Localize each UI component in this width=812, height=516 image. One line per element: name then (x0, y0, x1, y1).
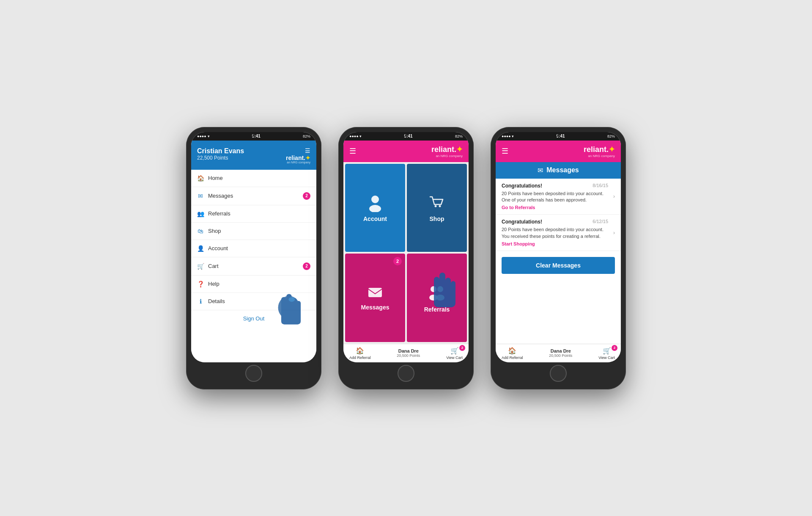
bottom-nav-2: 🏠 Add Referral Dana Dre 20,500 Points 🛒 … (343, 344, 469, 362)
nav-account-left: 👤 Account (197, 245, 228, 252)
add-referral-icon-3: 🏠 (508, 347, 516, 355)
add-referral-label-3: Add Referral (502, 356, 523, 360)
app-logo-3: reliant.✦ an NRG company (584, 145, 615, 158)
header-right: ☰ reliant.✦ an NRG company (286, 147, 310, 164)
hamburger-icon-3[interactable]: ☰ (502, 146, 508, 156)
view-cart-label-2: View Cart (446, 356, 463, 360)
sign-out[interactable]: Sign Out (191, 310, 316, 327)
home-label: Home (208, 175, 223, 181)
cart-badge-bottom-2: 2 (459, 345, 465, 351)
messages-tile-label: Messages (361, 304, 390, 311)
nav-cart-left: 🛒 Cart (197, 263, 219, 270)
home-button-2[interactable] (398, 365, 414, 382)
status-right-1: 82% (303, 134, 310, 138)
reliant-sub-1: an NRG company (286, 161, 310, 164)
view-cart-label-3: View Cart (598, 356, 615, 360)
phone-1-screen: ●●●● ▾ 9:41 82% Cristian Evans 22,500 Po… (191, 132, 316, 362)
messages-envelope-icon (367, 284, 383, 301)
messages-title-envelope-icon: ✉ (538, 166, 543, 174)
referrals-icon: 👥 (197, 210, 204, 217)
message-1-link[interactable]: Go to Referrals (502, 205, 608, 210)
messages-badge: 2 (303, 192, 310, 200)
account-icon: 👤 (197, 245, 204, 252)
nav-details[interactable]: ℹ Details (191, 293, 316, 310)
nav-shop-left: 🛍 Shop (197, 228, 221, 235)
hamburger-icon-1[interactable]: ☰ (286, 147, 310, 154)
phone-1: ●●●● ▾ 9:41 82% Cristian Evans 22,500 Po… (186, 127, 321, 389)
add-referral-icon-2: 🏠 (356, 347, 364, 355)
status-left-3: ●●●● ▾ (502, 134, 514, 138)
nav-help[interactable]: ❓ Help (191, 276, 316, 293)
messages-label: Messages (208, 193, 233, 199)
phone-3: ●●●● ▾ 9:41 82% ☰ reliant.✦ an NRG compa… (491, 127, 626, 389)
bottom-user-3: Dana Dre 20,500 Points (549, 348, 572, 358)
sidebar-app: Cristian Evans 22,500 Points ☰ reliant.✦… (191, 141, 316, 362)
nav-messages[interactable]: ✉ Messages 2 (191, 187, 316, 205)
nav-shop[interactable]: 🛍 Shop (191, 223, 316, 240)
cart-label: Cart (208, 263, 219, 269)
bottom-add-referral-3[interactable]: 🏠 Add Referral (502, 347, 523, 360)
message-2-link[interactable]: Start Shopping (502, 241, 608, 246)
tile-referrals[interactable]: Referrals (407, 254, 467, 342)
shop-cart-icon (428, 193, 446, 212)
cart-icon-3: 🛒 (603, 347, 611, 355)
nav-account[interactable]: 👤 Account (191, 240, 316, 257)
tile-messages[interactable]: 2 Messages (345, 254, 405, 342)
message-2-date: 6/12/15 (593, 219, 608, 224)
bottom-user-points-3: 20,500 Points (549, 353, 572, 358)
account-person-icon (366, 193, 384, 212)
add-referral-label-2: Add Referral (349, 356, 371, 360)
app-logo-2: reliant.✦ an NRG company (431, 145, 463, 158)
message-item-2[interactable]: Congratulations! 6/12/15 20 Points have … (496, 215, 621, 251)
nav-cart[interactable]: 🛒 Cart 2 (191, 257, 316, 276)
svg-point-12 (431, 286, 436, 292)
help-icon: ❓ (197, 281, 204, 287)
app-header-3: ☰ reliant.✦ an NRG company (496, 141, 621, 162)
referrals-label: Referrals (208, 210, 230, 217)
clear-messages-button[interactable]: Clear Messages (502, 257, 615, 274)
status-right-2: 82% (455, 134, 463, 138)
svg-point-9 (435, 205, 437, 207)
tile-shop[interactable]: Shop (407, 164, 467, 252)
message-2-header: Congratulations! 6/12/15 (502, 219, 608, 225)
hamburger-icon-2[interactable]: ☰ (349, 146, 356, 156)
nav-messages-left: ✉ Messages (197, 193, 233, 199)
nav-referrals[interactable]: 👥 Referrals (191, 205, 316, 223)
battery-1: 82% (303, 134, 310, 138)
user-points: 22,500 Points (197, 155, 244, 161)
phone-2-screen: ●●●● ▾ 9:41 82% ☰ reliant.✦ an NRG compa… (343, 132, 469, 362)
bottom-view-cart-2[interactable]: 🛒 2 View Cart (446, 347, 463, 360)
reliant-logo-1: reliant.✦ (286, 155, 310, 161)
bottom-user-2: Dana Dre 20,500 Points (397, 348, 420, 358)
logo-text-2: reliant.✦ (431, 145, 463, 154)
battery-3: 82% (607, 134, 615, 138)
phone-2: ●●●● ▾ 9:41 82% ☰ reliant.✦ an NRG compa… (338, 127, 474, 389)
bottom-nav-3: 🏠 Add Referral Dana Dre 20,500 Points 🛒 … (496, 344, 621, 362)
home-app: ☰ reliant.✦ an NRG company Account (343, 141, 469, 362)
bottom-view-cart-3[interactable]: 🛒 2 View Cart (598, 347, 615, 360)
sidebar-header-row: Cristian Evans 22,500 Points ☰ reliant.✦… (197, 147, 310, 164)
home-icon: 🏠 (197, 175, 204, 182)
svg-point-8 (369, 205, 381, 212)
nav-referrals-left: 👥 Referrals (197, 210, 230, 217)
cart-icon-2: 🛒 (450, 347, 459, 355)
messages-list: Congratulations! 8/16/15 20 Points have … (496, 179, 621, 344)
svg-point-10 (439, 205, 441, 207)
home-button-1[interactable] (245, 365, 262, 382)
message-item-1[interactable]: Congratulations! 8/16/15 20 Points have … (496, 179, 621, 215)
signal-dots-3: ●●●● ▾ (502, 134, 514, 138)
message-1-congrats: Congratulations! (502, 183, 542, 189)
referrals-people-icon (427, 282, 447, 303)
signal-dots-2: ●●●● ▾ (349, 134, 362, 138)
nav-home[interactable]: 🏠 Home (191, 170, 316, 187)
messages-title: Messages (546, 166, 579, 174)
svg-point-15 (436, 295, 444, 301)
svg-point-14 (437, 286, 443, 292)
home-button-3[interactable] (550, 365, 567, 382)
nav-help-left: ❓ Help (197, 281, 219, 287)
cart-badge-bottom-3: 2 (612, 345, 617, 351)
bottom-add-referral-2[interactable]: 🏠 Add Referral (349, 347, 371, 360)
sidebar-nav: 🏠 Home ✉ Messages 2 👥 (191, 170, 316, 362)
shop-tile-label: Shop (430, 215, 444, 222)
tile-account[interactable]: Account (345, 164, 405, 252)
